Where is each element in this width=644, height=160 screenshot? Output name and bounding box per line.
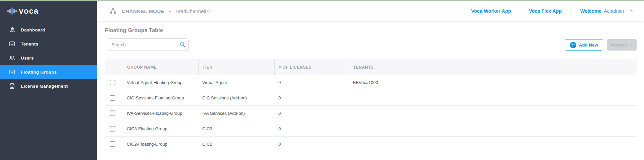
table-row: CIC3-Floating-Group CIC3 0 — [105, 121, 637, 137]
sidebar-item-label: License Management — [21, 84, 68, 89]
page-title: Floating Groups Table — [105, 27, 163, 33]
main-content: Floating Groups Table Add New Actions GR… — [97, 21, 644, 160]
cell-licenses: 0 — [274, 95, 349, 100]
cell-group-name: CIC-Sessions-Floating-Group — [123, 95, 198, 100]
floating-groups-table: GROUP NAME TIER # OF LICENSES TENANTS Vi… — [105, 59, 637, 152]
column-header-tier: TIER — [198, 59, 274, 75]
row-checkbox[interactable] — [110, 95, 115, 101]
cell-licenses: 0 — [274, 126, 349, 131]
window-check-icon — [9, 41, 15, 47]
cell-licenses: 0 — [274, 80, 349, 85]
add-new-button[interactable]: Add New — [565, 39, 603, 51]
top-bar-right: Voca Worker App Voca Flex App Welcome Ac… — [463, 7, 644, 15]
audio-bars-icon — [7, 7, 17, 15]
mode-separator: • — [169, 8, 171, 14]
window-check-icon — [9, 69, 15, 75]
table-row: CIC-Sessions-Floating-Group CIC Sessions… — [105, 90, 637, 106]
sidebar-item-users[interactable]: Users — [0, 51, 97, 65]
username: Acladmin — [604, 8, 624, 14]
search-input[interactable] — [107, 42, 177, 47]
voca-flex-app-link[interactable]: Voca Flex App — [520, 8, 571, 14]
chevron-down-icon[interactable] — [630, 8, 635, 14]
sidebar-item-dashboard[interactable]: Dashboard — [0, 23, 97, 37]
sidebar-item-label: Dashboard — [21, 27, 45, 32]
row-checkbox[interactable] — [110, 141, 115, 147]
column-header-licenses: # OF LICENSES — [274, 59, 349, 75]
welcome-label: Welcome — [580, 8, 601, 14]
database-icon — [9, 83, 15, 89]
chevron-down-icon — [629, 43, 634, 47]
cell-tenants: BBVoca1000 — [349, 80, 637, 85]
logo-text: voca — [19, 7, 39, 15]
user-menu[interactable]: Welcome Acladmin — [571, 8, 635, 14]
channel-name: BradChannel07 — [175, 8, 210, 14]
header-checkbox-column — [105, 59, 123, 75]
sidebar-item-tenants[interactable]: Tenants — [0, 37, 97, 51]
channel-mode-indicator: CHANNEL MODE • BradChannel07 — [97, 7, 211, 15]
plus-circle-icon — [570, 42, 576, 48]
top-accent-strip — [0, 0, 644, 1]
sidebar-nav: Dashboard Tenants Users Floating Groups — [0, 23, 97, 93]
cell-group-name: CIC3-Floating-Group — [123, 126, 198, 131]
sidebar-item-label: Users — [21, 56, 34, 61]
cell-tier: CIC Sessions (Add-on) — [198, 95, 274, 100]
hierarchy-icon — [109, 7, 117, 15]
sidebar: voca Dashboard Tenants Users — [0, 1, 97, 160]
mode-label: CHANNEL MODE — [122, 8, 164, 14]
actions-label: Actions — [610, 43, 627, 48]
table-row: Virtual-Agent-Floating-Group Virtual Age… — [105, 75, 637, 90]
cell-tier: CIC3 — [198, 126, 274, 131]
toolbar-buttons: Add New Actions — [565, 39, 637, 51]
search-icon[interactable] — [177, 42, 188, 48]
sidebar-item-license-management[interactable]: License Management — [0, 79, 97, 93]
app-window: voca Dashboard Tenants Users — [0, 0, 644, 160]
column-header-group-name: GROUP NAME — [123, 59, 198, 75]
cell-group-name: Virtual-Agent-Floating-Group — [123, 80, 198, 85]
table-row: CIC2-Floating-Group CIC2 0 — [105, 137, 637, 152]
column-header-tenants: TENANTS — [349, 59, 637, 75]
add-new-label: Add New — [579, 43, 598, 48]
table-row: IVA-Services-Floating-Group IVA Services… — [105, 106, 637, 121]
actions-button[interactable]: Actions — [607, 39, 637, 51]
cell-tier: Virtual Agent — [198, 80, 274, 85]
top-bar: CHANNEL MODE • BradChannel07 Voca Worker… — [97, 1, 644, 21]
row-checkbox[interactable] — [110, 126, 115, 132]
cell-licenses: 0 — [274, 142, 349, 147]
cell-group-name: CIC2-Floating-Group — [123, 142, 198, 147]
search-box — [107, 38, 189, 51]
cell-group-name: IVA-Services-Floating-Group — [123, 111, 198, 116]
row-checkbox[interactable] — [110, 80, 115, 85]
voca-logo: voca — [0, 1, 97, 20]
rocket-icon — [9, 26, 15, 33]
cell-licenses: 0 — [274, 111, 349, 116]
cell-tier: IVA Services (Add-on) — [198, 111, 274, 116]
sidebar-item-floating-groups[interactable]: Floating Groups — [0, 65, 97, 79]
sidebar-item-label: Tenants — [21, 42, 38, 47]
table-header-row: GROUP NAME TIER # OF LICENSES TENANTS — [105, 59, 637, 75]
users-icon — [9, 55, 15, 61]
cell-tier: CIC2 — [198, 142, 274, 147]
row-checkbox[interactable] — [110, 110, 115, 116]
sidebar-item-label: Floating Groups — [21, 70, 57, 75]
voca-worker-app-link[interactable]: Voca Worker App — [463, 8, 520, 14]
